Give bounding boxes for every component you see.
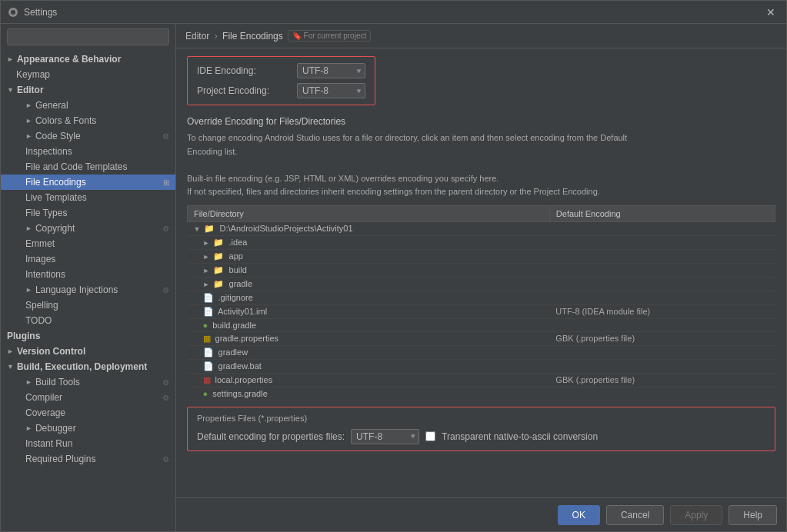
sidebar-item-coverage[interactable]: Coverage — [1, 405, 175, 421]
sidebar-item-label: File and Code Templates — [25, 161, 128, 172]
sidebar-item-inspections[interactable]: Inspections — [1, 144, 175, 159]
sidebar-item-appearance[interactable]: ► Appearance & Behavior — [1, 52, 175, 67]
sidebar-item-required-plugins[interactable]: Required Plugins ⚙ — [1, 451, 175, 467]
file-name: .idea — [229, 238, 248, 247]
settings-icon: ⚙ — [162, 394, 169, 402]
sidebar-item-instant-run[interactable]: Instant Run — [1, 436, 175, 451]
help-button[interactable]: Help — [729, 505, 777, 525]
sidebar-item-file-code-templates[interactable]: File and Code Templates — [1, 159, 175, 175]
project-encoding-select[interactable]: UTF-8 UTF-16 GBK ISO-8859-1 — [297, 83, 365, 98]
file-name: app — [229, 251, 243, 261]
project-encoding-select-wrapper: UTF-8 UTF-16 GBK ISO-8859-1 ▼ — [297, 83, 365, 98]
encoding-value — [549, 387, 775, 400]
sidebar-item-label: Spelling — [25, 300, 58, 311]
apply-button[interactable]: Apply — [670, 505, 722, 525]
ok-button[interactable]: OK — [558, 505, 600, 525]
sidebar-item-file-types[interactable]: File Types — [1, 205, 175, 221]
expand-arrow: ► — [25, 224, 32, 232]
file-name: gradlew.bat — [218, 361, 262, 371]
encoding-value — [549, 345, 775, 359]
table-row[interactable]: ► 📁 app — [188, 249, 775, 263]
sidebar-item-images[interactable]: Images — [1, 251, 175, 267]
sidebar-item-live-templates[interactable]: Live Templates — [1, 190, 175, 205]
table-row[interactable]: ► 📁 build — [188, 263, 775, 277]
table-row[interactable]: ▦ local.properties GBK (.properties file… — [188, 373, 775, 387]
table-row[interactable]: 📄 Activity01.iml UTF-8 (IDEA module file… — [188, 304, 775, 318]
folder-icon: 📁 — [213, 265, 224, 274]
table-row[interactable]: 📄 gradlew — [188, 345, 775, 359]
sidebar-item-build-tools[interactable]: ► Build Tools ⚙ — [1, 374, 175, 390]
sidebar-item-colors-fonts[interactable]: ► Colors & Fonts — [1, 113, 175, 128]
table-row[interactable]: 📄 .gitignore — [188, 291, 775, 304]
sidebar-item-general[interactable]: ► General — [1, 98, 175, 113]
sidebar-item-keymap[interactable]: Keymap — [1, 67, 175, 82]
footer: OK Cancel Apply Help — [176, 497, 786, 531]
sidebar: ► Appearance & Behavior Keymap ▼ Editor … — [1, 24, 176, 531]
sidebar-item-emmet[interactable]: Emmet — [1, 236, 175, 251]
file-name: D:\AndroidStudioProjects\Activity01 — [220, 224, 353, 233]
expand-arrow: ► — [7, 347, 14, 355]
sidebar-item-label: Version Control — [17, 346, 85, 357]
sidebar-item-label: Appearance & Behavior — [17, 54, 121, 65]
expand-arrow: ► — [203, 253, 210, 261]
folder-icon: 📁 — [213, 238, 224, 247]
sidebar-item-file-encodings[interactable]: File Encodings ⊞ — [1, 175, 175, 190]
override-section: Override Encoding for Files/Directories … — [187, 116, 775, 401]
sidebar-item-debugger[interactable]: ► Debugger — [1, 421, 175, 436]
table-row[interactable]: ► 📁 .idea — [188, 235, 775, 249]
content-area: ► Appearance & Behavior Keymap ▼ Editor … — [1, 24, 786, 531]
properties-encoding-select[interactable]: UTF-8 GBK ISO-8859-1 — [351, 429, 419, 444]
ide-encoding-select[interactable]: UTF-8 UTF-16 GBK ISO-8859-1 — [297, 63, 365, 78]
file-name: local.properties — [215, 375, 273, 384]
search-input[interactable] — [7, 28, 169, 45]
table-row[interactable]: 📄 gradlew.bat — [188, 359, 775, 373]
sidebar-item-label: Plugins — [7, 331, 40, 341]
svg-point-1 — [11, 10, 15, 15]
sidebar-item-todo[interactable]: TODO — [1, 313, 175, 328]
table-row[interactable]: ► 📁 gradle — [188, 277, 775, 291]
cancel-button[interactable]: Cancel — [606, 505, 664, 525]
transparent-conversion-checkbox[interactable] — [425, 431, 435, 441]
file-icon: 📄 — [203, 307, 214, 316]
close-button[interactable]: ✕ — [762, 5, 780, 20]
sidebar-item-intentions[interactable]: Intentions — [1, 267, 175, 282]
sidebar-item-spelling[interactable]: Spelling — [1, 298, 175, 313]
settings-icon: ⚙ — [162, 455, 169, 464]
col-default-encoding: Default Encoding — [549, 205, 775, 221]
sidebar-item-label: Required Plugins — [25, 454, 95, 464]
encoding-box: IDE Encoding: UTF-8 UTF-16 GBK ISO-8859-… — [187, 56, 375, 105]
settings-app-icon — [7, 6, 19, 18]
sidebar-item-code-style[interactable]: ► Code Style ⚙ — [1, 128, 175, 144]
table-row[interactable]: ▦ gradle.properties GBK (.properties fil… — [188, 331, 775, 345]
sidebar-item-copyright[interactable]: ► Copyright ⚙ — [1, 221, 175, 236]
sidebar-item-label: File Encodings — [25, 177, 86, 188]
table-row[interactable]: ▼ 📁 D:\AndroidStudioProjects\Activity01 — [188, 221, 775, 235]
file-name: build — [229, 265, 247, 274]
folder-icon: 📁 — [213, 279, 224, 288]
breadcrumb-sep: › — [215, 31, 220, 42]
properties-title: Properties Files (*.properties) — [197, 414, 765, 423]
properties-icon: ▦ — [203, 375, 211, 384]
settings-icon: ⚙ — [162, 224, 169, 233]
file-name: .gitignore — [218, 293, 253, 302]
col-file-directory: File/Directory — [188, 205, 550, 221]
sidebar-item-editor[interactable]: ▼ Editor — [1, 82, 175, 98]
sidebar-item-label: Code Style — [35, 131, 81, 141]
sidebar-item-label: Coverage — [25, 407, 65, 418]
sidebar-item-plugins[interactable]: Plugins — [1, 328, 175, 344]
sidebar-item-version-control[interactable]: ► Version Control — [1, 344, 175, 359]
table-row[interactable]: ● settings.gradle — [188, 387, 775, 400]
sidebar-item-language-injections[interactable]: ► Language Injections ⚙ — [1, 282, 175, 298]
table-row[interactable]: ● build.gradle — [188, 318, 775, 331]
sidebar-item-label: Live Templates — [25, 192, 87, 203]
sidebar-item-label: Copyright — [35, 223, 75, 234]
sidebar-item-label: Keymap — [16, 69, 50, 80]
encoding-value — [549, 249, 775, 263]
sidebar-item-label: Inspections — [25, 146, 72, 157]
sidebar-item-build-execution-deployment[interactable]: ▼ Build, Execution, Deployment — [1, 359, 175, 374]
file-name: gradlew — [218, 347, 248, 357]
sidebar-item-compiler[interactable]: Compiler ⚙ — [1, 390, 175, 405]
sidebar-item-label: Emmet — [25, 238, 55, 249]
encoding-value — [549, 235, 775, 249]
file-name: settings.gradle — [212, 389, 268, 398]
